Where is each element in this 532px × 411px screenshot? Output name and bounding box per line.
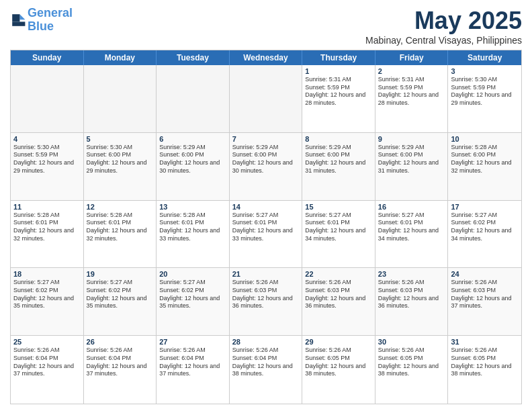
day-number: 3 [451,67,519,75]
weekday-header: Saturday [448,50,521,65]
svg-rect-1 [12,14,19,21]
day-number: 11 [13,203,81,211]
calendar-cell: 12Sunrise: 5:28 AM Sunset: 6:01 PM Dayli… [84,201,157,268]
cell-info: Sunrise: 5:26 AM Sunset: 6:03 PM Dayligh… [232,279,300,310]
title-block: May 2025 Mabinay, Central Visayas, Phili… [365,7,522,46]
cell-info: Sunrise: 5:30 AM Sunset: 5:59 PM Dayligh… [451,76,519,107]
day-number: 17 [451,203,519,211]
calendar-cell: 9Sunrise: 5:29 AM Sunset: 6:00 PM Daylig… [375,133,449,200]
calendar-cell: 13Sunrise: 5:28 AM Sunset: 6:01 PM Dayli… [157,201,230,268]
weekday-header: Monday [84,50,157,65]
calendar-cell: 30Sunrise: 5:26 AM Sunset: 6:05 PM Dayli… [375,336,449,404]
calendar-cell: 5Sunrise: 5:30 AM Sunset: 6:00 PM Daylig… [84,133,157,200]
day-number: 2 [378,67,445,75]
calendar-cell: 28Sunrise: 5:26 AM Sunset: 6:04 PM Dayli… [230,336,303,404]
day-number: 27 [159,338,226,346]
day-number: 15 [305,203,372,211]
day-number: 21 [232,270,300,278]
calendar-cell: 21Sunrise: 5:26 AM Sunset: 6:03 PM Dayli… [230,268,303,335]
calendar-cell: 27Sunrise: 5:26 AM Sunset: 6:04 PM Dayli… [157,336,230,404]
cell-info: Sunrise: 5:26 AM Sunset: 6:03 PM Dayligh… [305,279,372,310]
calendar-week: 1Sunrise: 5:31 AM Sunset: 5:59 PM Daylig… [11,65,521,133]
cell-info: Sunrise: 5:29 AM Sunset: 6:00 PM Dayligh… [378,144,445,175]
calendar-week: 11Sunrise: 5:28 AM Sunset: 6:01 PM Dayli… [11,201,521,269]
day-number: 13 [159,203,226,211]
calendar-cell: 7Sunrise: 5:29 AM Sunset: 6:00 PM Daylig… [230,133,303,200]
day-number: 7 [232,135,300,143]
logo-line1: General [28,6,73,19]
calendar-cell: 15Sunrise: 5:27 AM Sunset: 6:01 PM Dayli… [302,201,375,268]
cell-info: Sunrise: 5:26 AM Sunset: 6:05 PM Dayligh… [378,347,445,378]
logo-icon [10,12,26,28]
calendar-cell: 14Sunrise: 5:27 AM Sunset: 6:01 PM Dayli… [230,201,303,268]
cell-info: Sunrise: 5:31 AM Sunset: 5:59 PM Dayligh… [305,76,372,107]
page: General Blue May 2025 Mabinay, Central V… [0,0,532,411]
calendar-body: 1Sunrise: 5:31 AM Sunset: 5:59 PM Daylig… [11,65,521,404]
cell-info: Sunrise: 5:27 AM Sunset: 6:02 PM Dayligh… [13,279,81,310]
cell-info: Sunrise: 5:30 AM Sunset: 5:59 PM Dayligh… [13,144,81,175]
cell-info: Sunrise: 5:27 AM Sunset: 6:01 PM Dayligh… [378,212,445,243]
day-number: 25 [13,338,81,346]
day-number: 4 [13,135,81,143]
day-number: 16 [378,203,445,211]
calendar-cell: 31Sunrise: 5:26 AM Sunset: 6:05 PM Dayli… [448,336,521,404]
cell-info: Sunrise: 5:29 AM Sunset: 6:00 PM Dayligh… [159,144,226,175]
calendar-cell: 23Sunrise: 5:26 AM Sunset: 6:03 PM Dayli… [375,268,449,335]
calendar: SundayMondayTuesdayWednesdayThursdayFrid… [10,50,522,404]
calendar-week: 4Sunrise: 5:30 AM Sunset: 5:59 PM Daylig… [11,133,521,201]
day-number: 30 [378,338,445,346]
day-number: 29 [305,338,372,346]
calendar-cell: 24Sunrise: 5:26 AM Sunset: 6:03 PM Dayli… [448,268,521,335]
month-title: May 2025 [365,7,522,35]
cell-info: Sunrise: 5:26 AM Sunset: 6:04 PM Dayligh… [13,347,81,378]
calendar-cell: 8Sunrise: 5:29 AM Sunset: 6:00 PM Daylig… [302,133,375,200]
day-number: 6 [159,135,226,143]
calendar-week: 25Sunrise: 5:26 AM Sunset: 6:04 PM Dayli… [11,336,521,404]
cell-info: Sunrise: 5:28 AM Sunset: 6:01 PM Dayligh… [87,212,154,243]
calendar-cell: 20Sunrise: 5:27 AM Sunset: 6:02 PM Dayli… [157,268,230,335]
calendar-cell: 18Sunrise: 5:27 AM Sunset: 6:02 PM Dayli… [11,268,84,335]
cell-info: Sunrise: 5:27 AM Sunset: 6:01 PM Dayligh… [232,212,300,243]
logo-line2: Blue [28,19,54,33]
cell-info: Sunrise: 5:26 AM Sunset: 6:04 PM Dayligh… [232,347,300,378]
day-number: 26 [87,338,154,346]
day-number: 18 [13,270,81,278]
weekday-header: Friday [375,50,449,65]
day-number: 8 [305,135,372,143]
calendar-cell [157,65,230,132]
day-number: 28 [232,338,300,346]
cell-info: Sunrise: 5:26 AM Sunset: 6:05 PM Dayligh… [305,347,372,378]
day-number: 22 [305,270,372,278]
day-number: 14 [232,203,300,211]
day-number: 1 [305,67,372,75]
calendar-header: SundayMondayTuesdayWednesdayThursdayFrid… [11,50,521,65]
day-number: 5 [87,135,154,143]
cell-info: Sunrise: 5:31 AM Sunset: 5:59 PM Dayligh… [378,76,445,107]
calendar-cell: 22Sunrise: 5:26 AM Sunset: 6:03 PM Dayli… [302,268,375,335]
calendar-cell: 4Sunrise: 5:30 AM Sunset: 5:59 PM Daylig… [11,133,84,200]
cell-info: Sunrise: 5:27 AM Sunset: 6:02 PM Dayligh… [451,212,519,243]
svg-rect-2 [12,21,25,26]
cell-info: Sunrise: 5:26 AM Sunset: 6:04 PM Dayligh… [87,347,154,378]
cell-info: Sunrise: 5:29 AM Sunset: 6:00 PM Dayligh… [232,144,300,175]
calendar-cell: 29Sunrise: 5:26 AM Sunset: 6:05 PM Dayli… [302,336,375,404]
day-number: 19 [87,270,154,278]
calendar-cell [84,65,157,132]
day-number: 12 [87,203,154,211]
calendar-cell: 1Sunrise: 5:31 AM Sunset: 5:59 PM Daylig… [302,65,375,132]
day-number: 10 [451,135,519,143]
weekday-header: Sunday [11,50,84,65]
day-number: 31 [451,338,519,346]
cell-info: Sunrise: 5:28 AM Sunset: 6:01 PM Dayligh… [13,212,81,243]
calendar-cell: 16Sunrise: 5:27 AM Sunset: 6:01 PM Dayli… [375,201,449,268]
cell-info: Sunrise: 5:27 AM Sunset: 6:02 PM Dayligh… [159,279,226,310]
cell-info: Sunrise: 5:26 AM Sunset: 6:05 PM Dayligh… [451,347,519,378]
weekday-header: Thursday [302,50,375,65]
calendar-cell: 17Sunrise: 5:27 AM Sunset: 6:02 PM Dayli… [448,201,521,268]
calendar-cell: 25Sunrise: 5:26 AM Sunset: 6:04 PM Dayli… [11,336,84,404]
cell-info: Sunrise: 5:26 AM Sunset: 6:03 PM Dayligh… [378,279,445,310]
cell-info: Sunrise: 5:27 AM Sunset: 6:01 PM Dayligh… [305,212,372,243]
calendar-cell: 11Sunrise: 5:28 AM Sunset: 6:01 PM Dayli… [11,201,84,268]
cell-info: Sunrise: 5:28 AM Sunset: 6:00 PM Dayligh… [451,144,519,175]
calendar-week: 18Sunrise: 5:27 AM Sunset: 6:02 PM Dayli… [11,268,521,336]
